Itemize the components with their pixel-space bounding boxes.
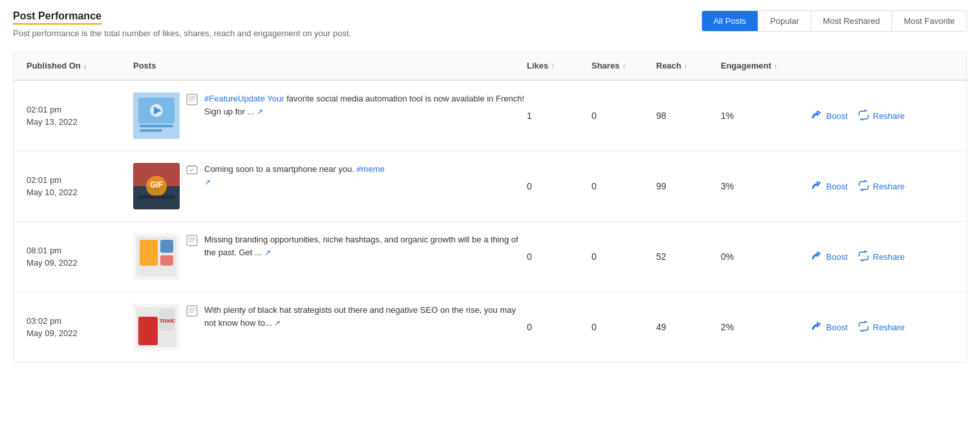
table-header: Published On ↓ Posts Likes ↑ Shares ↑ Re… — [14, 52, 966, 81]
post-cell-3: Missing branding opportunities, niche ha… — [133, 233, 527, 280]
engagement-3: 0% — [721, 251, 811, 262]
post-type-icon-4 — [186, 305, 198, 319]
published-day-3: May 09, 2022 — [27, 257, 133, 270]
reshare-button-4[interactable]: Reshare — [858, 321, 904, 334]
published-date-2: 02:01 pm May 10, 2022 — [27, 174, 133, 199]
reshare-icon-4 — [858, 321, 869, 334]
table-row: 03:02 pm May 09, 2022 TOXIC — [14, 292, 966, 362]
sort-engagement-icon: ↑ — [774, 62, 778, 70]
col-shares-label: Shares — [591, 61, 619, 70]
col-reach[interactable]: Reach ↑ — [656, 61, 721, 70]
col-published-on-label: Published On — [27, 61, 81, 70]
post-type-icon-3 — [186, 235, 198, 249]
reach-2: 99 — [656, 181, 721, 191]
sort-likes-icon: ↑ — [551, 62, 555, 70]
col-engagement-label: Engagement — [721, 61, 771, 70]
external-link-4[interactable]: ↗ — [274, 319, 281, 328]
boost-label-3: Boost — [826, 252, 847, 262]
reach-4: 49 — [656, 322, 721, 332]
likes-3: 0 — [527, 251, 591, 262]
published-date-4: 03:02 pm May 09, 2022 — [27, 315, 133, 340]
reshare-button-3[interactable]: Reshare — [858, 250, 904, 264]
post-thumbnail-3 — [133, 233, 180, 280]
actions-1: Boost Reshare — [811, 109, 953, 123]
page-subtitle: Post performance is the total number of … — [13, 28, 351, 38]
boost-button-4[interactable]: Boost — [811, 321, 847, 334]
post-type-icon-2 — [186, 164, 198, 178]
post-text-1: #FeatureUpdate Your favorite social medi… — [204, 92, 527, 118]
published-time-3: 08:01 pm — [27, 244, 133, 257]
svg-rect-15 — [140, 240, 158, 266]
post-cell-1: #FeatureUpdate Your favorite social medi… — [133, 92, 527, 139]
reshare-button-1[interactable]: Reshare — [858, 109, 904, 123]
tab-group: All Posts Popular Most Reshared Most Fav… — [701, 10, 967, 32]
published-time-4: 03:02 pm — [27, 315, 133, 328]
engagement-2: 3% — [721, 181, 811, 191]
external-link-1[interactable]: ↗ — [257, 107, 263, 116]
likes-1: 1 — [527, 111, 591, 121]
post-text-3: Missing branding opportunities, niche ha… — [204, 233, 527, 259]
boost-icon-1 — [811, 109, 823, 123]
reshare-icon-1 — [858, 109, 869, 123]
published-time-2: 02:01 pm — [27, 174, 133, 187]
col-published-on[interactable]: Published On ↓ — [27, 61, 133, 70]
post-text-4: With plenty of black hat strategists out… — [204, 304, 527, 329]
reshare-label-1: Reshare — [873, 111, 904, 121]
col-actions — [811, 61, 953, 70]
published-date-1: 02:01 pm May 13, 2022 — [27, 103, 133, 129]
svg-text:TOXIC: TOXIC — [160, 318, 176, 324]
table-row: 02:01 pm May 10, 2022 GIF — [14, 151, 966, 222]
col-shares[interactable]: Shares ↑ — [591, 61, 656, 70]
svg-rect-17 — [160, 255, 173, 266]
table-row: 08:01 pm May 09, 2022 Mis — [14, 222, 966, 292]
sort-shares-icon: ↑ — [622, 62, 626, 70]
engagement-1: 1% — [721, 111, 811, 121]
likes-2: 0 — [527, 181, 591, 191]
tab-popular[interactable]: Popular — [758, 11, 811, 31]
boost-button-1[interactable]: Boost — [811, 109, 847, 123]
post-cell-2: GIF Coming soon to a smartphone near you… — [133, 163, 527, 209]
external-link-3[interactable]: ↗ — [264, 248, 271, 257]
published-day-2: May 10, 2022 — [27, 186, 133, 199]
posts-table: Published On ↓ Posts Likes ↑ Shares ↑ Re… — [13, 51, 967, 363]
boost-icon-3 — [811, 250, 823, 264]
likes-4: 0 — [527, 322, 591, 332]
svg-rect-16 — [160, 240, 173, 253]
col-posts: Posts — [133, 61, 527, 70]
reshare-button-2[interactable]: Reshare — [858, 180, 904, 193]
svg-rect-6 — [187, 94, 197, 105]
boost-button-3[interactable]: Boost — [811, 250, 847, 264]
col-posts-label: Posts — [133, 61, 156, 70]
published-date-3: 08:01 pm May 09, 2022 — [27, 244, 133, 270]
post-thumbnail-2: GIF — [133, 163, 180, 209]
table-row: 02:01 pm May 13, 2022 — [14, 81, 966, 151]
svg-rect-10 — [138, 195, 175, 199]
reshare-label-3: Reshare — [873, 252, 904, 262]
boost-label-4: Boost — [826, 323, 847, 332]
svg-rect-2 — [140, 125, 173, 127]
shares-4: 0 — [591, 322, 656, 332]
tab-all-posts[interactable]: All Posts — [702, 11, 759, 31]
col-likes[interactable]: Likes ↑ — [527, 61, 591, 70]
boost-button-2[interactable]: Boost — [811, 180, 847, 193]
sort-reach-icon: ↑ — [684, 62, 688, 70]
actions-3: Boost Reshare — [811, 250, 953, 264]
col-likes-label: Likes — [527, 61, 548, 70]
shares-1: 0 — [591, 111, 656, 121]
tab-most-reshared[interactable]: Most Reshared — [811, 11, 892, 31]
boost-icon-2 — [811, 180, 823, 193]
reshare-label-2: Reshare — [873, 182, 904, 191]
reach-3: 52 — [656, 251, 721, 262]
tab-most-favorite[interactable]: Most Favorite — [892, 11, 966, 31]
svg-rect-3 — [140, 129, 162, 132]
external-link-2[interactable]: ↗ — [204, 178, 211, 187]
published-time-1: 02:01 pm — [27, 103, 133, 116]
sort-published-on-icon: ↓ — [83, 62, 87, 70]
published-day-1: May 13, 2022 — [27, 116, 133, 129]
reach-1: 98 — [656, 111, 721, 121]
page-title: Post Performance — [13, 10, 101, 25]
reshare-label-4: Reshare — [873, 323, 904, 332]
published-day-4: May 09, 2022 — [27, 327, 133, 340]
shares-3: 0 — [591, 251, 656, 262]
col-engagement[interactable]: Engagement ↑ — [721, 61, 811, 70]
